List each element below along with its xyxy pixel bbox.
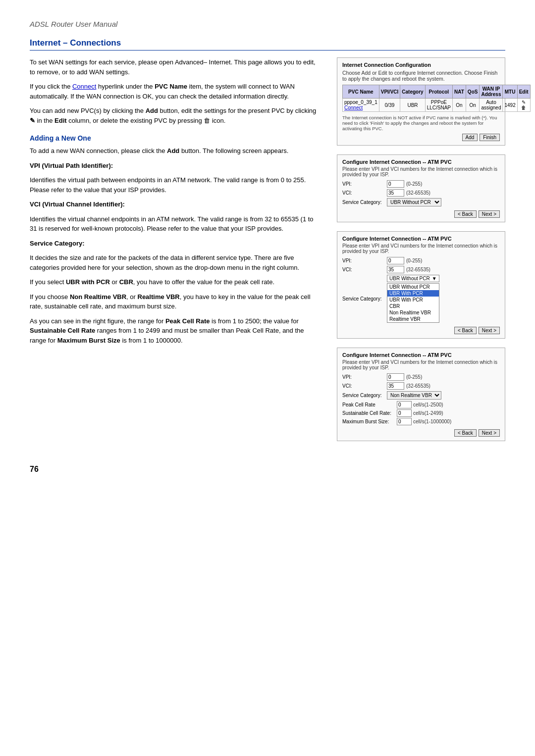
col-pvc-name: PVC Name (343, 85, 379, 99)
pvc-name-cell: pppoe_0_39_1 Connect (343, 99, 379, 112)
atm2-vpi-row: VPI: (0-255) (342, 257, 500, 264)
conn-config-desc: Choose Add or Edit to configure Internet… (342, 70, 500, 82)
col-protocol: Protocol (425, 85, 452, 99)
atm3-service-select[interactable]: Non Realtime VBR UBR Without PCR UBR Wit… (387, 391, 441, 400)
atm2-next-button[interactable]: Next > (479, 327, 500, 334)
intro-paragraph-3: You can add new PVC(s) by clicking the A… (30, 106, 322, 125)
atm2-back-button[interactable]: < Back (454, 327, 477, 334)
page-header: ADSL Router User Manual (30, 20, 505, 28)
add-button[interactable]: Add (462, 134, 478, 141)
atm2-service-label: Service Category: (342, 296, 387, 302)
page-number: 76 (30, 465, 505, 474)
atm3-vci-input[interactable] (387, 382, 404, 390)
atm3-desc: Please enter VPI and VCI numbers for the… (342, 359, 500, 370)
atm-panel-2: Configure Internet Connection -- ATM PVC… (337, 231, 505, 339)
conn-note: The Internet connection is NOT active if… (342, 115, 500, 131)
atm3-peak-row: Peak Cell Rate cell/s(1-2500) (342, 401, 500, 408)
atm2-service-value-box[interactable]: UBR Without PCR ▼ (387, 275, 439, 282)
atm-panel-1: Configure Internet Connection -- ATM PVC… (337, 154, 505, 222)
atm3-vpi-row: VPI: (0-255) (342, 373, 500, 381)
mtu-cell: 1492 (503, 99, 517, 112)
service-vbr-desc: If you choose Non Realtime VBR, or Realt… (30, 292, 322, 311)
atm3-service-row: Service Category: Non Realtime VBR UBR W… (342, 391, 500, 400)
intro-paragraph-2: If you click the Connect hyperlink under… (30, 82, 322, 101)
atm3-sustain-range: cell/s(1-2499) (413, 410, 443, 416)
atm2-title: Configure Internet Connection -- ATM PVC (342, 236, 500, 242)
dropdown-item-ubr-with-pcr-2[interactable]: UBR With PCR (387, 297, 439, 303)
atm1-service-select[interactable]: UBR Without PCR UBR With PCR CBR Non Rea… (387, 198, 441, 206)
edit-icon[interactable]: ✎ (522, 100, 526, 105)
atm3-vci-range: (32-65535) (406, 383, 430, 389)
protocol-cell: PPPoE LLC/SNAP (425, 99, 452, 112)
atm3-nav-row: < Back Next > (342, 429, 500, 437)
dropdown-item-ubr-no-pcr[interactable]: UBR Without PCR (387, 284, 439, 290)
atm3-peak-range: cell/s(1-2500) (413, 402, 443, 407)
service-title: Service Category: (30, 239, 322, 249)
atm1-back-button[interactable]: < Back (454, 210, 477, 218)
atm2-service-row: Service Category: UBR Without PCR ▼ UBR … (342, 275, 500, 323)
atm2-nav-row: < Back Next > (342, 327, 500, 334)
atm2-vci-row: VCI: (32-65535) (342, 266, 500, 273)
col-edit: Edit (517, 85, 530, 99)
col-qos: QoS (466, 85, 480, 99)
atm3-burst-input[interactable] (397, 418, 412, 425)
atm3-sustain-input[interactable] (397, 409, 412, 417)
dropdown-item-non-rt-vbr[interactable]: Non Realtime VBR (387, 309, 439, 316)
intro-paragraph-1: To set WAN settings for each service, pl… (30, 57, 322, 77)
vpi-title: VPI (Virtual Path Identifier): (30, 161, 322, 171)
atm2-vci-input[interactable] (387, 266, 404, 273)
pvc-name-text: pppoe_0_39_1 (344, 100, 377, 105)
atm1-vpi-row: VPI: (0-255) (342, 180, 500, 188)
edit-cell: ✎ 🗑 (517, 99, 530, 112)
dropdown-item-rt-vbr[interactable]: Realtime VBR (387, 316, 439, 322)
atm1-vci-row: VCI: (32-65535) (342, 189, 500, 197)
internet-connection-config-panel: Internet Connection Configuration Choose… (337, 57, 505, 146)
connection-table: PVC Name VPI/VCI Category Protocol NAT Q… (342, 85, 531, 112)
atm1-vci-label: VCI: (342, 190, 387, 196)
category-cell: UBR (400, 99, 425, 112)
connect-link-table[interactable]: Connect (344, 105, 363, 110)
atm3-burst-row: Maximum Burst Size: cell/s(1-1000000) (342, 418, 500, 425)
atm1-desc: Please enter VPI and VCI numbers for the… (342, 166, 500, 177)
atm2-service-value: UBR Without PCR (389, 276, 430, 281)
connect-link[interactable]: Connect (72, 83, 96, 90)
vci-desc: Identifies the virtual channel endpoints… (30, 214, 322, 234)
atm2-dropdown-list: UBR Without PCR UBR With PCR UBR With PC… (387, 283, 439, 323)
vpi-vci-cell: 0/39 (379, 99, 400, 112)
atm1-vci-input[interactable] (387, 189, 404, 197)
atm3-service-label: Service Category: (342, 393, 387, 398)
service-ranges: As you can see in the right figure, the … (30, 316, 322, 346)
atm3-vpi-input[interactable] (387, 373, 404, 381)
col-wan-ip: WAN IP Address (480, 85, 503, 99)
vci-title: VCI (Virtual Channel Identifier): (30, 200, 322, 209)
wan-ip-cell: Auto assigned (480, 99, 503, 112)
service-ubr-pcr: If you select UBR with PCR or CBR, you h… (30, 277, 322, 287)
atm3-next-button[interactable]: Next > (479, 429, 500, 437)
dropdown-item-cbr[interactable]: CBR (387, 303, 439, 309)
delete-icon[interactable]: 🗑 (521, 105, 526, 110)
atm1-next-button[interactable]: Next > (479, 210, 500, 218)
atm3-sustain-label: Sustainable Cell Rate: (342, 410, 397, 416)
atm2-vpi-input[interactable] (387, 257, 404, 264)
finish-button[interactable]: Finish (480, 134, 500, 141)
atm3-vci-label: VCI: (342, 383, 387, 389)
atm3-peak-input[interactable] (397, 401, 412, 408)
atm2-vci-range: (32-65535) (406, 267, 430, 272)
atm1-vpi-label: VPI: (342, 181, 387, 187)
atm1-nav-row: < Back Next > (342, 210, 500, 218)
col-category: Category (400, 85, 425, 99)
right-column: Internet Connection Configuration Choose… (337, 57, 505, 450)
atm1-title: Configure Internet Connection -- ATM PVC (342, 159, 500, 165)
nat-cell: On (453, 99, 466, 112)
atm3-vpi-range: (0-255) (406, 374, 422, 380)
atm1-vpi-input[interactable] (387, 180, 404, 188)
atm2-vpi-range: (0-255) (406, 258, 422, 263)
qos-cell: On (466, 99, 480, 112)
subsection-adding: Adding a New One (30, 134, 322, 142)
atm3-back-button[interactable]: < Back (454, 429, 477, 437)
col-vpi-vci: VPI/VCI (379, 85, 400, 99)
atm3-peak-label: Peak Cell Rate (342, 402, 397, 407)
conn-config-title: Internet Connection Configuration (342, 62, 500, 68)
atm1-vpi-range: (0-255) (406, 181, 422, 187)
dropdown-item-ubr-with-pcr-selected[interactable]: UBR With PCR (387, 290, 439, 297)
